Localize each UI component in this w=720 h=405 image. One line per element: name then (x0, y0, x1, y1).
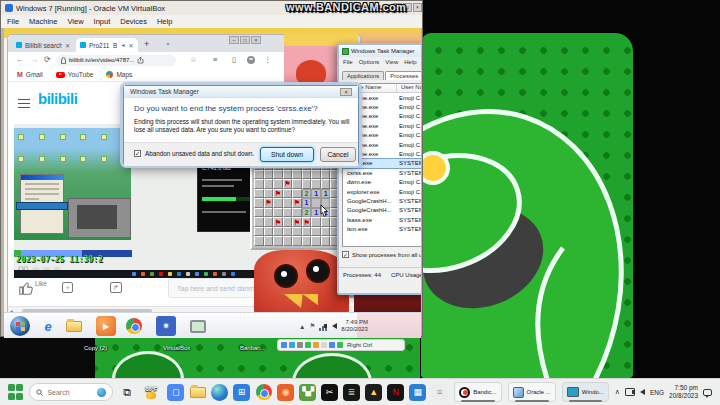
taskbar-vm-window[interactable]: Windo... (562, 382, 609, 402)
chrome-icon[interactable] (124, 316, 144, 336)
close-button[interactable]: × (251, 36, 261, 44)
search-box[interactable]: Search (29, 383, 112, 401)
task-manager-titlebar[interactable]: Windows Task Manager (339, 45, 421, 57)
shut-down-button[interactable]: Shut down (260, 147, 314, 162)
minesweeper-cell[interactable] (311, 170, 321, 180)
bilibili-logo[interactable]: bilibili (38, 90, 77, 107)
share-forward-icon[interactable]: ↱ (110, 282, 122, 293)
minesweeper-cell[interactable] (321, 170, 331, 180)
capcut-icon[interactable]: ✂ (321, 384, 338, 401)
volume-icon[interactable] (332, 323, 337, 329)
minesweeper-cell[interactable] (273, 170, 283, 180)
process-row[interactable]: explorer.exeEmoji C... (343, 187, 421, 196)
game-orange-icon[interactable]: ◉ (277, 384, 294, 401)
chat-icon[interactable]: ◻ (167, 384, 184, 401)
minesweeper-cell[interactable] (283, 208, 293, 218)
desktop-icon-label[interactable]: VirtualBox (163, 345, 190, 351)
bookmark-maps[interactable]: Maps (106, 71, 132, 78)
minesweeper-window[interactable]: ⚑⚑211⚑⚑1211⚑⚑⚑ (250, 156, 344, 250)
dialog-titlebar[interactable]: Windows Task Manager ✕ (124, 86, 358, 98)
forward-icon[interactable]: → (30, 55, 38, 64)
action-center-icon[interactable]: ⚑ (309, 322, 315, 330)
minesweeper-cell[interactable] (254, 208, 264, 218)
reload-icon[interactable]: ⟳ (44, 55, 51, 64)
menu-file[interactable]: File (343, 59, 353, 65)
minesweeper-cell[interactable]: ⚑ (273, 189, 283, 199)
minesweeper-cell[interactable] (264, 227, 274, 237)
tlauncher-icon[interactable]: ≣ (343, 384, 360, 401)
minesweeper-cell[interactable] (283, 170, 293, 180)
microsoft-store-icon[interactable]: ⊞ (233, 384, 250, 401)
minesweeper-cell[interactable] (264, 189, 274, 199)
volume-icon[interactable] (640, 389, 645, 395)
netflix-icon[interactable]: N (387, 384, 404, 401)
save-icon[interactable]: ＋ (62, 282, 73, 293)
menu-options[interactable]: Options (359, 59, 380, 65)
minesweeper-cell[interactable]: ⚑ (292, 217, 302, 227)
bookmark-gmail[interactable]: MGmail (17, 71, 43, 78)
menu-input[interactable]: Input (94, 17, 111, 26)
minesweeper-cell[interactable] (273, 198, 283, 208)
minesweeper-cell[interactable] (264, 179, 274, 189)
tab-audio-icon[interactable]: ◄ (120, 42, 125, 48)
minesweeper-cell[interactable] (292, 179, 302, 189)
process-row[interactable]: GoogleCrashH...SYSTEM (343, 196, 421, 205)
minesweeper-cell[interactable]: 2 (302, 189, 312, 199)
minesweeper-cell[interactable]: 1 (302, 198, 312, 208)
minesweeper-cell[interactable] (264, 208, 274, 218)
vm-clock[interactable]: 7:49 PM 8/20/2023 (341, 319, 368, 333)
minimize-button[interactable]: – (229, 36, 239, 44)
bookmark-star-icon[interactable]: ☆ (190, 55, 197, 64)
desktop-icon-label[interactable]: Copy (2) (84, 345, 107, 351)
minesweeper-cell[interactable] (254, 179, 264, 189)
column-user-name[interactable]: User Name (397, 84, 421, 92)
minesweeper-cell[interactable] (254, 217, 264, 227)
address-bar[interactable]: bilibili.tv/en/video/4787... (56, 55, 176, 66)
browser-menu-icon[interactable]: ⋮ (264, 55, 272, 64)
menu-view[interactable]: View (67, 17, 83, 26)
share-icon[interactable] (137, 57, 144, 64)
minesweeper-cell[interactable] (264, 236, 274, 246)
chrome-browser-icon[interactable] (255, 384, 272, 401)
minesweeper-cell[interactable] (321, 179, 331, 189)
game-yellow-icon[interactable]: ▲ (365, 384, 382, 401)
minesweeper-cell[interactable] (311, 179, 321, 189)
process-row[interactable]: csrss.exeSYSTEM (343, 168, 421, 177)
edge-browser-icon[interactable] (211, 384, 228, 401)
menu-file[interactable]: File (7, 17, 19, 26)
menu-devices[interactable]: Devices (120, 17, 147, 26)
minesweeper-cell[interactable] (321, 227, 331, 237)
minesweeper-cell[interactable]: 1 (321, 189, 331, 199)
tray-expand-icon[interactable]: ▲ (299, 323, 305, 330)
tab-search-chevron-icon[interactable]: ⌄ (165, 39, 171, 47)
minesweeper-cell[interactable] (302, 236, 312, 246)
minesweeper-cell[interactable] (311, 236, 321, 246)
start-button[interactable] (8, 384, 23, 401)
minesweeper-cell[interactable] (311, 217, 321, 227)
side-panel-icon[interactable]: ▯ (232, 55, 236, 64)
weather-widget[interactable]: 86°F (142, 386, 162, 399)
minesweeper-cell[interactable] (292, 227, 302, 237)
checkbox-checked-icon[interactable]: ✓ (342, 251, 349, 258)
menu-view[interactable]: View (385, 59, 398, 65)
tray-expand-icon[interactable]: ∧ (615, 388, 620, 396)
minesweeper-cell[interactable] (254, 236, 264, 246)
notification-icon[interactable] (703, 389, 712, 396)
minesweeper-cell[interactable] (302, 170, 312, 180)
process-row[interactable]: lsass.exeSYSTEM (343, 215, 421, 224)
minesweeper-cell[interactable] (254, 198, 264, 208)
taskbar-bandicam[interactable]: Bandic... (454, 382, 501, 402)
minesweeper-cell[interactable] (273, 227, 283, 237)
menu-help[interactable]: Help (157, 17, 172, 26)
profile-avatar[interactable] (247, 56, 255, 64)
minesweeper-cell[interactable] (283, 227, 293, 237)
minesweeper-cell[interactable] (254, 227, 264, 237)
task-view-button[interactable]: ⧉ (119, 384, 136, 401)
vm-start-button[interactable] (10, 316, 30, 336)
process-row[interactable]: lsm.exeSYSTEM (343, 224, 421, 233)
minesweeper-cell[interactable] (283, 189, 293, 199)
tab-video[interactable]: Pro211_B ◄ ✕ (76, 38, 138, 52)
tab-processes[interactable]: Processes (385, 71, 421, 80)
minesweeper-cell[interactable] (283, 236, 293, 246)
minesweeper-cell[interactable]: ⚑ (273, 217, 283, 227)
